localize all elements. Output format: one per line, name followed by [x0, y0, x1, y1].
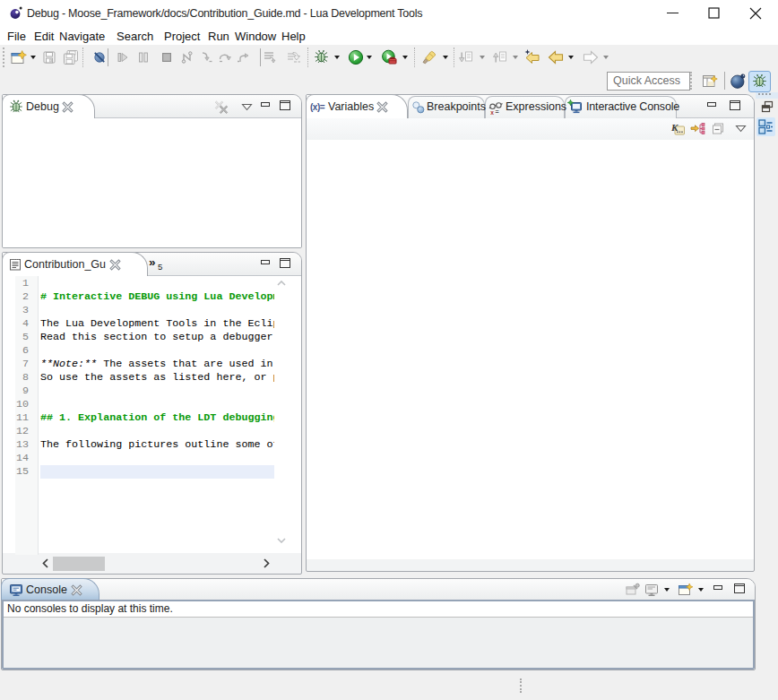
svg-text:x: x [490, 109, 494, 116]
svg-text:=: = [496, 108, 499, 115]
svg-text:K: K [670, 122, 679, 133]
